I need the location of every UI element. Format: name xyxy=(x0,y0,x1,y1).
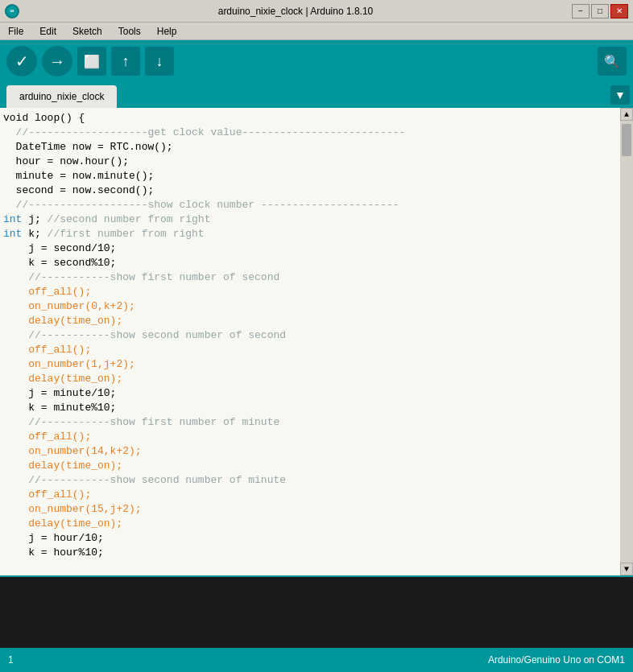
new-file-icon: ⬜ xyxy=(84,54,100,69)
menu-file[interactable]: File xyxy=(3,24,28,39)
scrollbar-thumb[interactable] xyxy=(622,124,631,156)
code-line: off_all(); xyxy=(0,430,620,444)
new-button[interactable]: ⬜ xyxy=(77,47,106,76)
title-bar-left: ∞ xyxy=(5,4,19,19)
close-button[interactable]: ✕ xyxy=(610,4,628,19)
code-line: int j; //second number from right xyxy=(0,212,620,227)
code-line: k = minute%10; xyxy=(0,401,620,415)
tab-dropdown-button[interactable]: ▼ xyxy=(610,85,630,105)
code-line: j = hour/10; xyxy=(0,531,620,546)
code-line: //-----------show second number of minut… xyxy=(0,473,620,488)
save-button[interactable]: ↓ xyxy=(145,47,174,76)
code-line: off_all(); xyxy=(0,343,620,357)
chevron-down-icon: ▼ xyxy=(614,89,626,101)
code-line: delay(time_on); xyxy=(0,517,620,531)
code-line: delay(time_on); xyxy=(0,372,620,386)
code-line: minute = now.minute(); xyxy=(0,169,620,183)
tab-label: arduino_nixie_clock xyxy=(19,91,104,102)
tab-bar: arduino_nixie_clock ▼ xyxy=(0,82,633,108)
status-bar: 1 Arduino/Genuino Uno on COM1 xyxy=(0,648,633,672)
arduino-logo-icon: ∞ xyxy=(5,4,19,19)
verify-button[interactable]: ✓ xyxy=(6,46,37,76)
code-line: on_number(15,j+2); xyxy=(0,502,620,517)
code-line: //-----------show first number of second xyxy=(0,270,620,285)
code-line: off_all(); xyxy=(0,488,620,502)
search-icon: 🔍 xyxy=(604,54,620,69)
upload-button[interactable]: → xyxy=(42,46,72,76)
code-line: on_number(14,k+2); xyxy=(0,444,620,459)
scroll-up-arrow[interactable]: ▲ xyxy=(620,108,633,121)
menu-sketch[interactable]: Sketch xyxy=(68,24,107,39)
code-line: j = second/10; xyxy=(0,241,620,256)
save-file-icon: ↓ xyxy=(156,53,163,70)
title-bar: ∞ arduino_nixie_clock | Arduino 1.8.10 −… xyxy=(0,0,633,23)
code-line: second = now.second(); xyxy=(0,183,620,198)
code-line: k = hour%10; xyxy=(0,546,620,560)
code-line: hour = now.hour(); xyxy=(0,155,620,169)
code-line: k = second%10; xyxy=(0,256,620,270)
upload-icon: → xyxy=(49,52,65,71)
menu-help[interactable]: Help xyxy=(152,24,182,39)
checkmark-icon: ✓ xyxy=(15,52,29,71)
code-line: //-------------------get clock value----… xyxy=(0,126,620,140)
code-line: j = minute/10; xyxy=(0,386,620,401)
code-line: int k; //first number from right xyxy=(0,227,620,241)
open-button[interactable]: ↑ xyxy=(111,47,140,76)
code-line: on_number(0,k+2); xyxy=(0,299,620,314)
console-area xyxy=(0,575,633,648)
tab-arduino-nixie-clock[interactable]: arduino_nixie_clock xyxy=(6,85,117,108)
code-line: //-------------------show clock number -… xyxy=(0,198,620,212)
search-button[interactable]: 🔍 xyxy=(598,47,627,76)
line-number: 1 xyxy=(8,654,14,666)
maximize-button[interactable]: □ xyxy=(591,4,609,19)
minimize-button[interactable]: − xyxy=(572,4,590,19)
code-line: //-----------show first number of minute xyxy=(0,415,620,430)
code-line: delay(time_on); xyxy=(0,459,620,473)
window-controls: − □ ✕ xyxy=(572,4,628,19)
code-line: off_all(); xyxy=(0,285,620,299)
code-line: //-----------show second number of secon… xyxy=(0,328,620,343)
menu-edit[interactable]: Edit xyxy=(35,24,61,39)
toolbar: ✓ → ⬜ ↑ ↓ 🔍 xyxy=(0,40,633,82)
scroll-down-arrow[interactable]: ▼ xyxy=(620,563,633,575)
editor-area: void loop() { //-------------------get c… xyxy=(0,108,633,575)
board-info: Arduino/Genuino Uno on COM1 xyxy=(488,654,625,666)
menu-tools[interactable]: Tools xyxy=(114,24,146,39)
code-line: DateTime now = RTC.now(); xyxy=(0,140,620,155)
vertical-scrollbar[interactable]: ▲ ▼ xyxy=(620,108,633,575)
code-line: on_number(1,j+2); xyxy=(0,357,620,372)
open-file-icon: ↑ xyxy=(122,53,130,70)
code-editor[interactable]: void loop() { //-------------------get c… xyxy=(0,108,620,575)
window-title: arduino_nixie_clock | Arduino 1.8.10 xyxy=(19,6,572,17)
code-line: void loop() { xyxy=(0,111,620,126)
menu-bar: File Edit Sketch Tools Help xyxy=(0,23,633,40)
code-line: delay(time_on); xyxy=(0,314,620,328)
